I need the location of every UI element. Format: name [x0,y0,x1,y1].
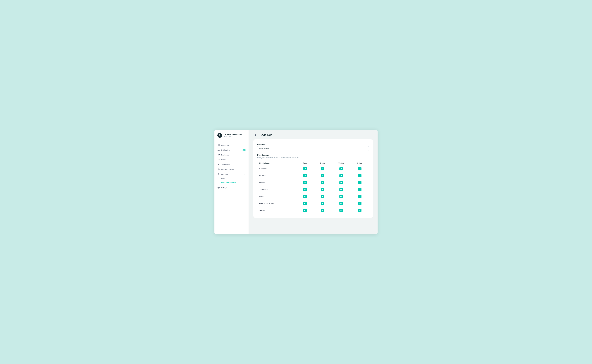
create-checkbox[interactable] [321,209,324,212]
create-checkbox[interactable] [321,174,324,177]
sidebar-item-maintenance-label: Maintenance List [221,169,234,170]
read-cell [297,193,313,200]
create-cell [313,193,332,200]
settings-icon [217,187,220,189]
delete-cell [351,186,369,193]
svg-point-10 [218,188,219,188]
sidebar-item-accounts[interactable]: Accounts [214,172,249,177]
delete-checkbox[interactable] [358,174,362,177]
read-checkbox[interactable] [303,174,307,177]
delete-checkbox[interactable] [358,209,362,212]
module-name-cell: Users [257,193,297,200]
module-name-cell: Dashboard [257,165,297,172]
sidebar-item-technicians[interactable]: Technicians [214,162,249,167]
svg-rect-4 [219,145,219,146]
create-checkbox[interactable] [321,188,324,191]
create-cell [313,186,332,193]
module-name-cell: Roles & Permissions [257,200,297,207]
table-row: Machines [257,172,369,179]
delete-cell [351,207,369,214]
create-checkbox[interactable] [321,202,324,205]
read-cell [297,179,313,186]
table-row: Technicians [257,186,369,193]
delete-checkbox[interactable] [358,195,362,198]
create-checkbox[interactable] [321,167,324,170]
brand-logo [217,133,222,138]
delete-cell [351,200,369,207]
header-divider [259,133,259,137]
update-cell [332,165,351,172]
sidebar-item-settings[interactable]: Settings [214,185,249,190]
update-checkbox[interactable] [339,174,343,177]
read-cell [297,165,313,172]
clients-icon [217,158,220,161]
sidebar-item-maintenance[interactable]: Maintenance List [214,167,249,172]
sidebar-item-equipment-label: Equipment [221,154,229,156]
maintenance-icon [217,168,220,171]
create-cell [313,165,332,172]
update-checkbox[interactable] [339,195,343,198]
svg-point-0 [219,134,220,136]
update-cell [332,172,351,179]
read-checkbox[interactable] [303,195,307,198]
read-checkbox[interactable] [303,202,307,205]
module-name-cell: Settings [257,207,297,214]
permissions-title: Permissions [257,154,369,156]
module-name-cell: Vendors [257,179,297,186]
update-cell [332,207,351,214]
svg-rect-2 [219,144,219,145]
table-row: Users [257,193,369,200]
sidebar-item-notifications[interactable]: Notifications 20 [214,148,249,152]
update-cell [332,193,351,200]
delete-checkbox[interactable] [358,202,362,205]
chevron-up-icon [244,173,246,176]
sidebar: AIM Aerial Technologies Admin Portal Das… [214,130,249,234]
sidebar-subitem-roles[interactable]: Roles & Permissions [221,181,249,184]
create-checkbox[interactable] [321,181,324,184]
read-checkbox[interactable] [303,209,307,212]
role-name-input[interactable] [257,146,369,151]
update-checkbox[interactable] [339,167,343,170]
permissions-section: Permissions Manage the permission access… [257,154,369,214]
sidebar-brand: AIM Aerial Technologies Admin Portal [214,130,249,141]
sidebar-item-dashboard-label: Dashboard [221,144,229,146]
create-cell [313,179,332,186]
update-cell [332,200,351,207]
svg-point-7 [218,164,219,164]
read-checkbox[interactable] [303,167,307,170]
brand-subtitle: Admin Portal [224,136,242,137]
delete-checkbox[interactable] [358,188,362,191]
read-checkbox[interactable] [303,181,307,184]
delete-checkbox[interactable] [358,167,362,170]
sidebar-subitem-users[interactable]: Users [221,177,249,181]
svg-rect-3 [218,145,218,146]
table-row: Settings [257,207,369,214]
update-checkbox[interactable] [339,188,343,191]
sidebar-item-equipment[interactable]: Equipment [214,152,249,157]
back-button[interactable] [253,133,257,137]
sidebar-item-dashboard[interactable]: Dashboard [214,143,249,148]
update-checkbox[interactable] [339,202,343,205]
update-checkbox[interactable] [339,209,343,212]
delete-checkbox[interactable] [358,181,362,184]
read-cell [297,207,313,214]
module-name-cell: Technicians [257,186,297,193]
sidebar-item-clients-label: Clients [221,159,226,161]
equipment-icon [217,154,220,156]
accounts-subnav: Users Roles & Permissions [214,177,249,184]
accounts-icon [217,173,220,176]
update-cell [332,179,351,186]
svg-rect-1 [218,144,218,145]
sidebar-item-clients[interactable]: Clients [214,157,249,162]
notifications-badge: 20 [243,149,246,151]
notifications-icon [217,149,220,151]
delete-cell [351,165,369,172]
create-cell [313,207,332,214]
dashboard-icon [217,144,220,146]
create-checkbox[interactable] [321,195,324,198]
read-checkbox[interactable] [303,188,307,191]
update-checkbox[interactable] [339,181,343,184]
col-update: Update [332,161,351,165]
create-cell [313,200,332,207]
sidebar-item-technicians-label: Technicians [221,164,230,166]
